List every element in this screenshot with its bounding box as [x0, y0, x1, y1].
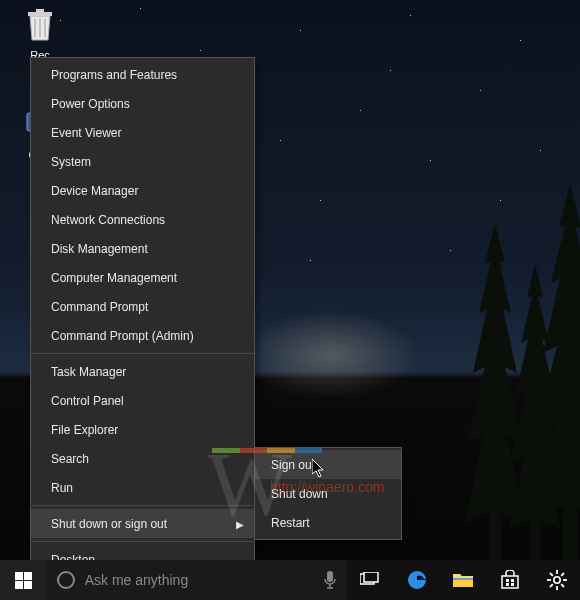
- menu-item-search[interactable]: Search: [31, 444, 254, 473]
- menu-item-network-connections[interactable]: Network Connections: [31, 205, 254, 234]
- winx-context-menu: Programs and Features Power Options Even…: [30, 57, 255, 577]
- menu-item-run[interactable]: Run: [31, 473, 254, 502]
- windows-logo-icon: [15, 572, 32, 589]
- menu-item-command-prompt-admin[interactable]: Command Prompt (Admin): [31, 321, 254, 350]
- menu-separator: [32, 505, 253, 506]
- menu-item-device-manager[interactable]: Device Manager: [31, 176, 254, 205]
- menu-separator: [32, 541, 253, 542]
- search-placeholder: Ask me anything: [85, 572, 313, 588]
- taskbar-file-explorer[interactable]: [440, 560, 487, 600]
- tree-3: [535, 183, 580, 563]
- svg-line-28: [550, 584, 553, 587]
- svg-rect-9: [24, 581, 32, 589]
- svg-rect-20: [511, 583, 514, 586]
- svg-rect-17: [506, 579, 509, 582]
- menu-item-computer-management[interactable]: Computer Management: [31, 263, 254, 292]
- gear-icon: [547, 570, 567, 590]
- svg-rect-14: [364, 572, 378, 582]
- menu-item-event-viewer[interactable]: Event Viewer: [31, 118, 254, 147]
- menu-item-programs-features[interactable]: Programs and Features: [31, 60, 254, 89]
- svg-point-21: [553, 577, 559, 583]
- desktop-icon-recycle-bin[interactable]: Rec: [5, 5, 75, 61]
- menu-item-command-prompt[interactable]: Command Prompt: [31, 292, 254, 321]
- menu-item-shutdown-signout[interactable]: Shut down or sign out ▶: [31, 509, 254, 538]
- menu-item-control-panel[interactable]: Control Panel: [31, 386, 254, 415]
- cortana-icon: [57, 571, 75, 589]
- menu-item-task-manager[interactable]: Task Manager: [31, 357, 254, 386]
- folder-icon: [452, 571, 474, 589]
- svg-rect-0: [28, 12, 52, 16]
- cortana-search-box[interactable]: Ask me anything: [47, 560, 347, 600]
- svg-rect-19: [506, 583, 509, 586]
- svg-rect-18: [511, 579, 514, 582]
- menu-item-system[interactable]: System: [31, 147, 254, 176]
- recycle-bin-icon: [20, 5, 60, 45]
- svg-rect-8: [15, 581, 23, 589]
- menu-item-file-explorer[interactable]: File Explorer: [31, 415, 254, 444]
- edge-icon: [406, 569, 428, 591]
- submenu-item-restart[interactable]: Restart: [255, 508, 401, 537]
- start-button[interactable]: [0, 560, 47, 600]
- svg-line-26: [550, 573, 553, 576]
- svg-rect-16: [453, 578, 473, 580]
- svg-rect-10: [327, 571, 333, 582]
- shutdown-submenu: Sign out Shut down Restart: [254, 447, 402, 540]
- taskbar-settings[interactable]: [533, 560, 580, 600]
- submenu-item-sign-out[interactable]: Sign out: [255, 450, 401, 479]
- store-icon: [500, 570, 520, 590]
- svg-rect-7: [24, 572, 32, 580]
- submenu-arrow-icon: ▶: [236, 518, 244, 529]
- task-view-button[interactable]: [347, 560, 394, 600]
- taskbar-edge[interactable]: [393, 560, 440, 600]
- taskbar: Ask me anything: [0, 560, 580, 600]
- svg-line-29: [561, 573, 564, 576]
- svg-line-27: [561, 584, 564, 587]
- microphone-icon: [323, 570, 337, 590]
- svg-rect-1: [36, 9, 44, 12]
- svg-rect-6: [15, 572, 23, 580]
- menu-item-disk-management[interactable]: Disk Management: [31, 234, 254, 263]
- taskbar-store[interactable]: [487, 560, 534, 600]
- menu-separator: [32, 353, 253, 354]
- submenu-item-shut-down[interactable]: Shut down: [255, 479, 401, 508]
- menu-item-power-options[interactable]: Power Options: [31, 89, 254, 118]
